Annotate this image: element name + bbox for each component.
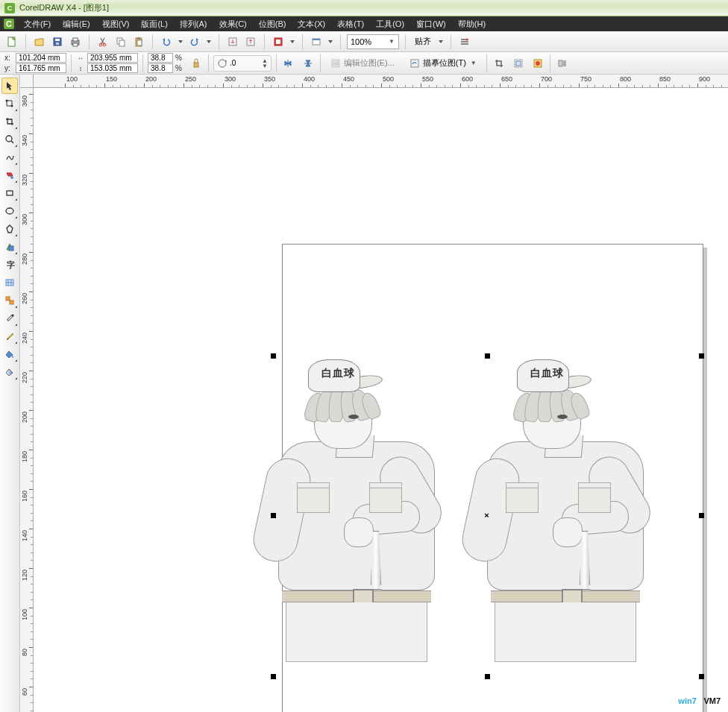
selection-handle-ml[interactable]	[271, 513, 276, 518]
trace-bitmap-label: 描摹位图(T)	[423, 57, 466, 69]
zoom-level-combo[interactable]: 100% ▼	[347, 34, 399, 49]
scale-y-input[interactable]: 38.8	[148, 63, 173, 73]
x-position-input[interactable]: 101.204 mm	[16, 53, 66, 63]
import-button[interactable]	[225, 34, 240, 49]
selection-handle-tm[interactable]	[485, 353, 490, 359]
property-bar: x: 101.204 mm y: 161.765 mm ↔ 203.955 mm…	[0, 52, 728, 75]
y-position-input[interactable]: 161.765 mm	[16, 63, 66, 73]
basic-shapes-tool[interactable]	[1, 239, 18, 255]
svg-rect-41	[9, 246, 13, 251]
redo-dropdown[interactable]	[205, 34, 213, 49]
title-bar: C CorelDRAW X4 - [图形1]	[0, 0, 728, 16]
interactive-blend-tool[interactable]	[1, 292, 18, 309]
mirror-vertical-button[interactable]	[301, 56, 316, 71]
text-tool[interactable]: 字	[1, 256, 18, 273]
vertical-ruler[interactable]: 3603403203002802602402202001801601401201…	[20, 88, 34, 712]
selection-handle-bm[interactable]	[485, 674, 490, 679]
fill-tool[interactable]	[1, 346, 18, 362]
selection-handle-br[interactable]	[699, 674, 704, 679]
menu-help[interactable]: 帮助(H)	[452, 17, 492, 31]
size-group: ↔ 203.955 mm ↕ 153.035 mm	[76, 53, 138, 73]
app-launcher-dropdown[interactable]	[289, 34, 296, 49]
eyedropper-tool[interactable]	[1, 310, 18, 327]
resample-button[interactable]	[511, 56, 526, 71]
menu-bar: C 文件(F) 编辑(E) 视图(V) 版面(L) 排列(A) 效果(C) 位图…	[0, 16, 728, 31]
snap-label[interactable]: 贴齐	[412, 36, 434, 47]
outline-tool[interactable]	[1, 328, 18, 344]
menu-text[interactable]: 文本(X)	[292, 17, 331, 31]
height-input[interactable]: 153.035 mm	[87, 63, 138, 73]
export-button[interactable]	[243, 34, 258, 49]
menu-file[interactable]: 文件(F)	[18, 17, 57, 31]
zoom-tool[interactable]	[1, 131, 18, 148]
rotation-input[interactable]	[230, 57, 260, 69]
separator	[486, 54, 487, 72]
selection-handle-tr[interactable]	[699, 353, 704, 359]
selection-handle-bl[interactable]	[271, 674, 276, 679]
svg-rect-12	[119, 40, 125, 46]
undo-button[interactable]	[159, 34, 174, 49]
pick-tool[interactable]	[1, 78, 18, 94]
welcome-dropdown[interactable]	[327, 34, 334, 49]
welcome-screen-button[interactable]	[309, 34, 324, 49]
table-tool[interactable]	[1, 274, 18, 291]
app-menu-icon[interactable]: C	[3, 18, 15, 30]
selection-handle-tl[interactable]	[271, 353, 276, 359]
ellipse-tool[interactable]	[1, 203, 18, 219]
selection-center[interactable]: ×	[483, 511, 490, 518]
trace-bitmap-button[interactable]: 描摹位图(T) ▼	[404, 55, 482, 71]
menu-table[interactable]: 表格(T)	[331, 17, 370, 31]
scale-x-input[interactable]: 38.8	[148, 53, 173, 63]
menu-tools[interactable]: 工具(O)	[370, 17, 410, 31]
rectangle-tool[interactable]	[1, 185, 18, 201]
zoom-value: 100%	[351, 37, 371, 46]
bitmap-color-mask-button[interactable]	[530, 56, 545, 71]
figure-left: 白血球	[301, 353, 480, 674]
menu-effects[interactable]: 效果(C)	[213, 17, 253, 31]
menu-window[interactable]: 窗口(W)	[410, 17, 452, 31]
freehand-tool[interactable]	[1, 149, 18, 166]
menu-layout[interactable]: 版面(L)	[135, 17, 173, 31]
redo-button[interactable]	[187, 34, 202, 49]
svg-point-27	[219, 60, 226, 67]
horizontal-ruler[interactable]: 1001502002503003504004505005506006507007…	[34, 75, 728, 88]
rotation-stepper[interactable]: ▲▼	[262, 58, 268, 69]
mirror-horizontal-button[interactable]	[281, 56, 296, 71]
print-button[interactable]	[68, 34, 83, 49]
snap-dropdown[interactable]	[437, 34, 445, 49]
separator	[219, 34, 219, 49]
undo-dropdown[interactable]	[177, 34, 184, 49]
separator	[71, 54, 72, 72]
copy-button[interactable]	[113, 34, 128, 49]
menu-view[interactable]: 视图(V)	[96, 17, 136, 31]
new-button[interactable]	[4, 34, 19, 49]
polygon-tool[interactable]	[1, 221, 18, 237]
shape-tool[interactable]	[1, 95, 18, 112]
smart-fill-tool[interactable]	[1, 167, 18, 183]
menu-edit[interactable]: 编辑(E)	[57, 17, 96, 31]
wrap-text-button[interactable]	[555, 56, 570, 71]
workspace: 字 10015020025030035040045050055060065070…	[0, 75, 728, 712]
ruler-corner[interactable]	[20, 75, 34, 88]
rotation-icon	[217, 58, 228, 69]
options-button[interactable]	[457, 34, 472, 49]
selection-handle-mr[interactable]	[699, 513, 704, 518]
width-input[interactable]: 203.955 mm	[87, 53, 138, 63]
open-button[interactable]	[32, 34, 47, 49]
lock-ratio-button[interactable]	[189, 56, 204, 71]
svg-point-36	[11, 105, 13, 107]
cut-button[interactable]	[95, 34, 110, 49]
app-launcher-button[interactable]	[271, 34, 286, 49]
save-button[interactable]	[50, 34, 65, 49]
menu-arrange[interactable]: 排列(A)	[174, 17, 213, 31]
drawing-canvas[interactable]: 白血球	[34, 88, 728, 712]
watermark-part2: VM7	[703, 696, 721, 705]
interactive-fill-tool[interactable]	[1, 364, 18, 380]
paste-button[interactable]	[131, 34, 146, 49]
crop-bitmap-button[interactable]	[492, 56, 506, 71]
svg-rect-4	[55, 39, 60, 41]
chevron-down-icon: ▼	[388, 38, 395, 45]
menu-bitmap[interactable]: 位图(B)	[253, 17, 292, 31]
crop-tool[interactable]	[1, 113, 18, 130]
edit-bitmap-label: 编辑位图(E)...	[344, 57, 395, 69]
